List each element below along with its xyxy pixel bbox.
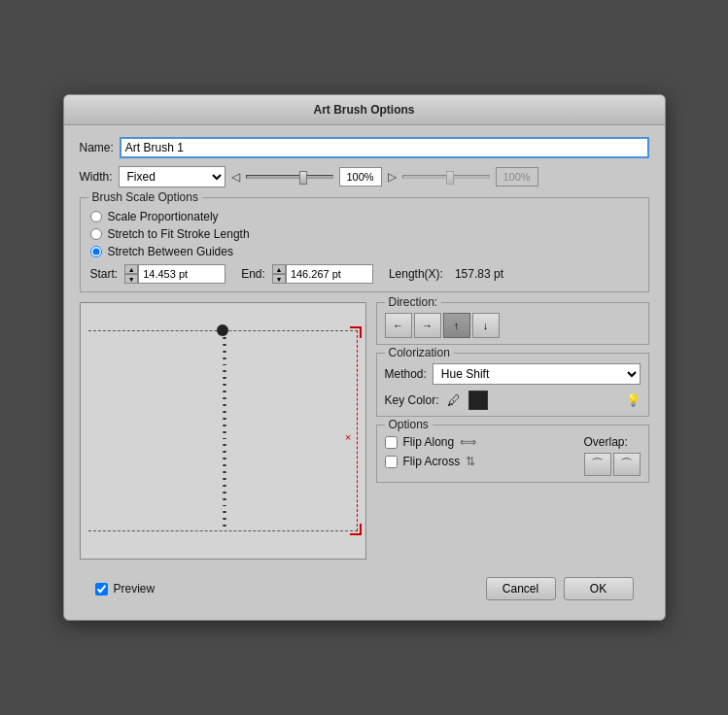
preview-label: Preview: [114, 582, 156, 596]
start-label: Start:: [90, 267, 119, 281]
start-value-input[interactable]: [138, 264, 225, 284]
flip-along-icon: ⟺: [460, 435, 476, 449]
direction-buttons: ← → ↑ ↓: [385, 313, 641, 338]
action-buttons: Cancel OK: [486, 577, 634, 600]
preview-dashed-right: [357, 330, 358, 531]
color-swatch[interactable]: [468, 391, 488, 410]
width-slider-track2[interactable]: [402, 175, 490, 179]
stretch-guides-label: Stretch Between Guides: [108, 245, 233, 258]
slider-left-arrow: ◁: [231, 170, 240, 184]
start-spin-up[interactable]: ▲: [124, 264, 138, 274]
direction-label: Direction:: [385, 295, 442, 309]
method-label: Method:: [385, 367, 427, 381]
eyedropper-icon[interactable]: 🖊: [447, 392, 461, 408]
direction-up-btn[interactable]: ↑: [443, 313, 470, 338]
options-label: Options: [385, 418, 433, 431]
overlap-btn-left[interactable]: ⌒: [584, 453, 611, 476]
preview-check-row: Preview: [95, 582, 156, 596]
preview-dotted-line: [223, 330, 226, 531]
start-spin-down[interactable]: ▼: [124, 274, 138, 284]
corner-bracket-tr: [350, 326, 362, 338]
method-select[interactable]: None Tints Tints and Shades Hue Shift: [433, 363, 641, 385]
name-label: Name:: [80, 141, 114, 154]
direction-group: Direction: ← → ↑ ↓: [376, 302, 649, 345]
stretch-guides-radio[interactable]: [90, 246, 102, 257]
length-value: 157.83 pt: [455, 267, 503, 281]
end-label: End:: [241, 267, 265, 281]
key-color-label: Key Color:: [385, 393, 439, 407]
slider-right-arrow: ▷: [388, 170, 397, 184]
direction-left-btn[interactable]: ←: [385, 313, 412, 338]
overlap-label: Overlap:: [584, 435, 628, 449]
overlap-btn-right[interactable]: ⌒: [613, 453, 641, 476]
tip-icon[interactable]: 💡: [626, 393, 641, 407]
name-input[interactable]: [120, 137, 649, 158]
direction-right-btn[interactable]: →: [414, 313, 441, 338]
width-percent-input[interactable]: [339, 167, 382, 187]
start-spinner[interactable]: ▲ ▼: [124, 264, 138, 284]
brush-scale-label: Brush Scale Options: [88, 190, 202, 204]
flip-along-checkbox[interactable]: [385, 436, 398, 449]
end-spin-up[interactable]: ▲: [272, 264, 286, 274]
dialog-title-bar: Art Brush Options: [64, 95, 665, 125]
overlap-buttons: ⌒ ⌒: [584, 453, 641, 476]
preview-x-mark: ×: [345, 431, 351, 443]
art-brush-options-dialog: Art Brush Options Name: Width: Fixed Pre…: [63, 94, 666, 621]
end-value-input[interactable]: [286, 264, 373, 284]
width-percent-disabled: [496, 167, 538, 187]
dialog-title: Art Brush Options: [314, 103, 415, 117]
overlap-options: Overlap: ⌒ ⌒: [584, 435, 641, 476]
right-panel: Direction: ← → ↑ ↓ Colorization Method: …: [376, 302, 649, 560]
brush-preview: ×: [80, 302, 366, 560]
width-slider-thumb[interactable]: [299, 171, 307, 185]
brush-scale-group: Brush Scale Options Scale Proportionatel…: [80, 197, 649, 292]
cancel-button[interactable]: Cancel: [486, 577, 556, 600]
flip-across-checkbox[interactable]: [385, 456, 398, 468]
preview-checkbox[interactable]: [95, 583, 108, 596]
colorization-group: Colorization Method: None Tints Tints an…: [376, 353, 649, 417]
stretch-fit-label: Stretch to Fit Stroke Length: [108, 227, 250, 241]
flip-across-icon: ⇅: [466, 455, 475, 468]
flip-along-label: Flip Along: [403, 435, 455, 449]
width-slider-track[interactable]: [246, 175, 333, 179]
width-label: Width:: [80, 170, 113, 184]
ok-button[interactable]: OK: [564, 577, 634, 600]
length-label: Length(X):: [389, 267, 443, 281]
end-spinner[interactable]: ▲ ▼: [272, 264, 286, 284]
scale-proportionately-radio[interactable]: [90, 211, 102, 222]
direction-down-btn[interactable]: ↓: [472, 313, 500, 338]
end-spin-down[interactable]: ▼: [272, 274, 286, 284]
scale-proportionately-label: Scale Proportionately: [108, 210, 219, 223]
corner-bracket-br: [350, 524, 362, 535]
width-slider-thumb2: [446, 171, 454, 185]
options-group: Options Flip Along ⟺ Flip Across: [376, 425, 649, 483]
bottom-bar: Preview Cancel OK: [80, 569, 649, 608]
flip-across-label: Flip Across: [403, 455, 461, 468]
colorization-label: Colorization: [385, 346, 454, 359]
width-select[interactable]: Fixed Pressure Velocity: [119, 166, 225, 187]
stretch-fit-radio[interactable]: [90, 228, 102, 240]
flip-options: Flip Along ⟺ Flip Across ⇅: [385, 435, 477, 476]
